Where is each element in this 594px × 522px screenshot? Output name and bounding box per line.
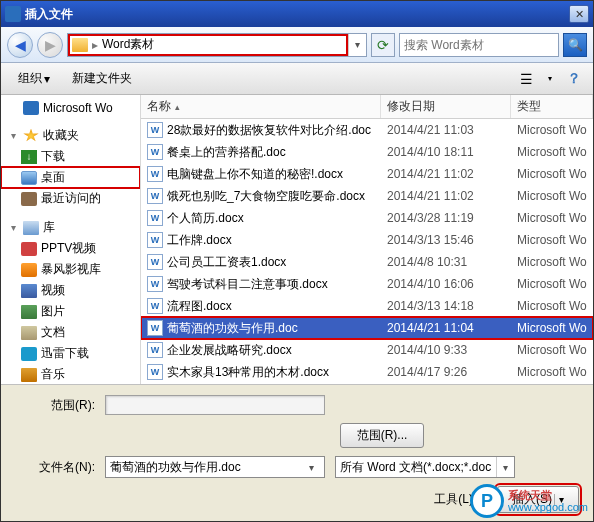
close-button[interactable]: ✕ — [569, 5, 589, 23]
sidebar-item[interactable]: 音乐 — [1, 364, 140, 384]
sidebar-item[interactable]: Microsoft Wo — [1, 99, 140, 117]
file-row[interactable]: 餐桌上的营养搭配.doc2014/4/10 18:11Microsoft Wo — [141, 141, 593, 163]
column-header-date[interactable]: 修改日期 — [381, 95, 511, 118]
file-row[interactable]: 28款最好的数据恢复软件对比介绍.doc2014/4/21 11:03Micro… — [141, 119, 593, 141]
sidebar-item[interactable]: 暴风影视库 — [1, 259, 140, 280]
view-mode-dropdown[interactable]: ▾ — [539, 68, 561, 90]
file-date: 2014/4/10 9:33 — [381, 343, 511, 357]
wordapp-icon — [23, 101, 39, 115]
forward-button[interactable]: ▶ — [37, 32, 63, 58]
sidebar-item[interactable]: 桌面 — [1, 167, 140, 188]
sidebar-item[interactable]: 图片 — [1, 301, 140, 322]
address-bar[interactable]: ▸ Word素材 ▾ — [67, 33, 367, 57]
sidebar-item[interactable]: ▾库 — [1, 217, 140, 238]
file-row[interactable]: 流程图.docx2014/3/13 14:18Microsoft Wo — [141, 295, 593, 317]
file-name: 饿死也别吃_7大食物空腹吃要命.docx — [167, 188, 365, 205]
file-row[interactable]: 饿死也别吃_7大食物空腹吃要命.docx2014/4/21 11:02Micro… — [141, 185, 593, 207]
refresh-button[interactable]: ⟳ — [371, 33, 395, 57]
file-date: 2014/4/21 11:03 — [381, 123, 511, 137]
video-icon — [21, 284, 37, 298]
music-icon — [21, 368, 37, 382]
new-folder-button[interactable]: 新建文件夹 — [63, 66, 141, 91]
chevron-down-icon: ▾ — [44, 72, 50, 86]
file-row[interactable]: 电脑键盘上你不知道的秘密!.docx2014/4/21 11:02Microso… — [141, 163, 593, 185]
window-title: 插入文件 — [25, 6, 73, 23]
doc-icon — [147, 276, 163, 292]
insert-button[interactable]: 插入(S) ▾ — [497, 486, 579, 513]
file-row[interactable]: 企业发展战略研究.docx2014/4/10 9:33Microsoft Wo — [141, 339, 593, 361]
navigation-sidebar[interactable]: Microsoft Wo▾收藏夹下载桌面最近访问的▾库PPTV视频暴风影视库视频… — [1, 95, 141, 384]
organize-button[interactable]: 组织 ▾ — [9, 66, 59, 91]
column-header-name[interactable]: 名称 ▴ — [141, 95, 381, 118]
sidebar-item-label: 暴风影视库 — [41, 261, 101, 278]
file-row[interactable]: 公司员工工资表1.docx2014/4/8 10:31Microsoft Wo — [141, 251, 593, 273]
search-input[interactable] — [404, 38, 554, 52]
file-row[interactable]: 驾驶考试科目二注意事项.docx2014/4/10 16:06Microsoft… — [141, 273, 593, 295]
file-date: 2014/4/10 18:11 — [381, 145, 511, 159]
file-type: Microsoft Wo — [511, 321, 593, 335]
fav-icon — [23, 129, 39, 143]
window-icon — [5, 6, 21, 22]
back-button[interactable]: ◀ — [7, 32, 33, 58]
new-folder-label: 新建文件夹 — [72, 70, 132, 87]
view-mode-button[interactable]: ☰ — [515, 68, 537, 90]
file-date: 2014/3/13 14:18 — [381, 299, 511, 313]
file-list-body[interactable]: 28款最好的数据恢复软件对比介绍.doc2014/4/21 11:03Micro… — [141, 119, 593, 384]
sidebar-item-label: 音乐 — [41, 366, 65, 383]
file-type: Microsoft Wo — [511, 277, 593, 291]
file-name: 28款最好的数据恢复软件对比介绍.doc — [167, 122, 371, 139]
file-type: Microsoft Wo — [511, 255, 593, 269]
sidebar-item[interactable]: 文档 — [1, 322, 140, 343]
toolbar: 组织 ▾ 新建文件夹 ☰ ▾ ？ — [1, 63, 593, 95]
file-date: 2014/3/13 15:46 — [381, 233, 511, 247]
doc-icon — [147, 342, 163, 358]
range-display — [105, 395, 325, 415]
desktop-icon — [21, 171, 37, 185]
file-name: 餐桌上的营养搭配.doc — [167, 144, 286, 161]
doc-icon — [147, 188, 163, 204]
sidebar-item-label: 下载 — [41, 148, 65, 165]
search-icon: 🔍 — [568, 38, 583, 52]
xunlei-icon — [21, 347, 37, 361]
file-row[interactable]: 实木家具13种常用的木材.docx2014/4/17 9:26Microsoft… — [141, 361, 593, 383]
file-date: 2014/3/28 11:19 — [381, 211, 511, 225]
search-box[interactable] — [399, 33, 559, 57]
file-type: Microsoft Wo — [511, 145, 593, 159]
range-button[interactable]: 范围(R)... — [340, 423, 425, 448]
file-type-filter[interactable]: 所有 Word 文档(*.docx;*.doc ▾ — [335, 456, 515, 478]
filename-dropdown-icon[interactable]: ▾ — [302, 457, 320, 477]
file-row[interactable]: 个人简历.docx2014/3/28 11:19Microsoft Wo — [141, 207, 593, 229]
filename-combo[interactable]: 葡萄酒的功效与作用.doc ▾ — [105, 456, 325, 478]
sidebar-item-label: 文档 — [41, 324, 65, 341]
file-name: 流程图.docx — [167, 298, 232, 315]
file-date: 2014/4/21 11:04 — [381, 321, 511, 335]
file-row[interactable]: 工作牌.docx2014/3/13 15:46Microsoft Wo — [141, 229, 593, 251]
sidebar-item[interactable]: 视频 — [1, 280, 140, 301]
file-name: 电脑键盘上你不知道的秘密!.docx — [167, 166, 343, 183]
filter-dropdown-icon[interactable]: ▾ — [496, 457, 514, 477]
dialog-body: Microsoft Wo▾收藏夹下载桌面最近访问的▾库PPTV视频暴风影视库视频… — [1, 95, 593, 384]
sidebar-item[interactable]: 下载 — [1, 146, 140, 167]
sidebar-item[interactable]: 最近访问的 — [1, 188, 140, 209]
file-type: Microsoft Wo — [511, 167, 593, 181]
sidebar-item[interactable]: 迅雷下载 — [1, 343, 140, 364]
file-type: Microsoft Wo — [511, 343, 593, 357]
folder-icon — [72, 38, 88, 52]
filter-value: 所有 Word 文档(*.docx;*.doc — [340, 459, 496, 476]
insert-file-dialog: 插入文件 ✕ ◀ ▶ ▸ Word素材 ▾ ⟳ 🔍 组织 ▾ — [0, 0, 594, 522]
file-name: 公司员工工资表1.docx — [167, 254, 286, 271]
file-list-header: 名称 ▴ 修改日期 类型 — [141, 95, 593, 119]
file-date: 2014/4/21 11:02 — [381, 189, 511, 203]
address-dropdown[interactable]: ▾ — [348, 34, 366, 56]
sidebar-item[interactable]: ▾收藏夹 — [1, 125, 140, 146]
tools-menu[interactable]: 工具(L) ▾ — [434, 491, 481, 508]
dl-icon — [21, 150, 37, 164]
nav-row: ◀ ▶ ▸ Word素材 ▾ ⟳ 🔍 — [1, 27, 593, 63]
search-go-button[interactable]: 🔍 — [563, 33, 587, 57]
doc-icon — [147, 364, 163, 380]
help-button[interactable]: ？ — [563, 68, 585, 90]
sidebar-item[interactable]: PPTV视频 — [1, 238, 140, 259]
titlebar: 插入文件 ✕ — [1, 1, 593, 27]
file-row[interactable]: 葡萄酒的功效与作用.doc2014/4/21 11:04Microsoft Wo — [141, 317, 593, 339]
column-header-type[interactable]: 类型 — [511, 95, 593, 118]
